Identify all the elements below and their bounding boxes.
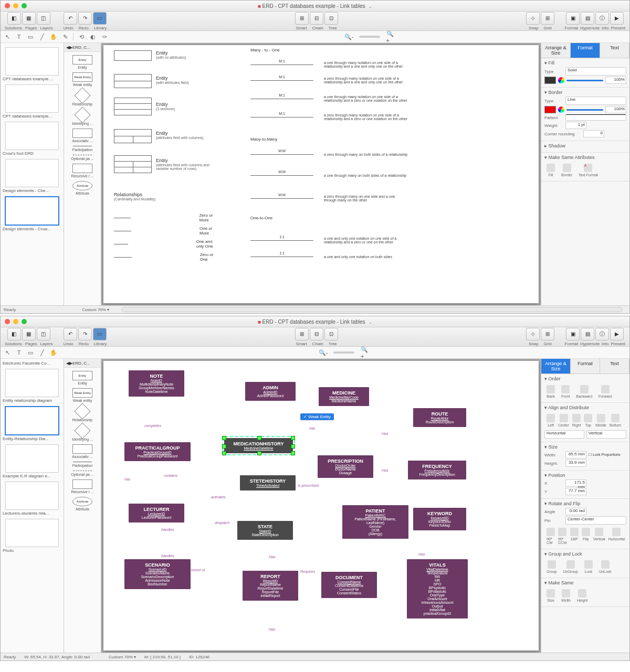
page-thumb[interactable] <box>5 47 59 76</box>
line-tool-icon[interactable]: ╱ <box>38 33 46 40</box>
entity-shape[interactable] <box>114 129 152 136</box>
smart-button[interactable]: ⊞ <box>295 12 309 25</box>
entity-shape[interactable] <box>114 98 152 104</box>
entity-note[interactable]: NOTENoteIDMultidisciplinaryNoteGroupMemb… <box>129 370 184 397</box>
lib-attribute-icon[interactable]: Attribute <box>72 497 92 506</box>
format-button[interactable]: ▣ <box>566 12 580 25</box>
entity-practgrp[interactable]: PRACTICALGROUPPracticalGroupIDPracticalG… <box>124 442 191 461</box>
tab-text[interactable]: Text <box>600 359 629 374</box>
tab-arrange[interactable]: Arrange & Size <box>541 43 571 58</box>
present-button[interactable]: ▶ <box>610 12 624 25</box>
page-thumb[interactable] <box>5 444 59 473</box>
rect-tool-icon[interactable]: ▭ <box>27 349 34 356</box>
entity-scenario[interactable]: SCENARIOScenarioIDScenarioNameScenarioDe… <box>124 559 191 589</box>
rel-line[interactable]: M:1 <box>250 80 313 81</box>
lib-weak-entity-icon[interactable]: Weak Entity <box>72 72 92 82</box>
page-thumb-selected[interactable] <box>5 406 59 435</box>
lib-optional-icon[interactable] <box>73 471 92 472</box>
pages-button[interactable]: ▦ <box>22 12 36 25</box>
chain-button[interactable]: ⊟ <box>310 328 323 340</box>
solutions-button[interactable]: ◧ <box>7 12 21 25</box>
rotate-cw-button[interactable]: 90º CW <box>547 528 555 545</box>
crow-line[interactable] <box>114 231 131 231</box>
entity-shape[interactable] <box>114 155 152 162</box>
makesame-width-button[interactable]: Width <box>561 589 571 602</box>
zoom-in-icon[interactable]: 🔍+ <box>361 349 368 356</box>
smart-button[interactable]: ⊞ <box>295 328 309 340</box>
corner-input[interactable]: 0 <box>583 130 604 137</box>
color-wheel-icon[interactable] <box>558 106 564 113</box>
present-button[interactable]: ▶ <box>610 328 624 340</box>
entity-report[interactable]: REPORTReportIDReportNameReportDatetimeRe… <box>243 571 298 601</box>
pattern-select[interactable] <box>565 114 626 121</box>
zoom-in-icon[interactable]: 🔍+ <box>386 33 394 40</box>
tree-button[interactable]: ⊡ <box>324 12 338 25</box>
hypernote-button[interactable]: ▤ <box>581 12 594 25</box>
layers-button[interactable]: ◫ <box>37 328 50 340</box>
pointer-tool-icon[interactable]: ↖ <box>4 33 11 40</box>
entity-statehist[interactable]: STETEHISTORYTimeActivated <box>240 475 296 490</box>
zoom-display[interactable]: Custom 70% <box>82 307 106 312</box>
ungroup-button[interactable]: UnGroup <box>563 560 578 573</box>
entity-medicine[interactable]: MEDICINEMedicineBarCodeMedicineName <box>319 387 369 406</box>
tab-format[interactable]: Format <box>571 359 600 374</box>
weight-input[interactable]: 1 pt <box>565 122 586 129</box>
pen-tool-icon[interactable]: ✎ <box>61 33 69 40</box>
flip-v-button[interactable]: Vertical <box>593 528 605 545</box>
lib-associative-icon[interactable] <box>72 444 92 454</box>
lib-attribute-icon[interactable]: Attribute <box>72 181 92 190</box>
align-bottom-button[interactable]: Bottom <box>610 414 621 427</box>
order-back-button[interactable]: Back <box>547 385 555 398</box>
distribute-h-select[interactable]: Horizontal <box>544 430 584 439</box>
zoom-out-icon[interactable]: 🔍- <box>320 349 327 356</box>
titlebar[interactable]: ■ ERD - CPT databases example - Link tab… <box>1 316 629 327</box>
fill-opacity-value[interactable]: 100% <box>605 77 626 84</box>
color-wheel-icon[interactable] <box>558 77 564 83</box>
canvas[interactable]: completes has contains handles handles a… <box>101 359 541 653</box>
zoom-display[interactable]: Custom 70% <box>109 655 133 659</box>
make-textfmt-button[interactable]: AText Format <box>579 164 598 177</box>
redo-button[interactable]: ↷ <box>78 12 92 25</box>
lib-participation-icon[interactable] <box>73 462 92 463</box>
crow-line[interactable] <box>114 244 128 244</box>
snap-button[interactable]: ⊹ <box>526 12 540 25</box>
lib-identifying-icon[interactable] <box>74 106 90 123</box>
tab-text[interactable]: Text <box>600 43 629 58</box>
align-center-button[interactable]: Center <box>558 414 569 427</box>
lib-entity-icon[interactable]: Entity <box>72 371 92 380</box>
grid-button[interactable]: ⊞ <box>541 328 554 340</box>
zoom-slider[interactable] <box>359 36 380 38</box>
entity-vitals[interactable]: VITALSVitalDatetimeTemperatureRRHRSPOBPs… <box>407 559 468 618</box>
info-button[interactable]: ⓘ <box>595 328 609 340</box>
page-thumb[interactable] <box>5 84 59 113</box>
rel-line[interactable]: M:1 <box>250 99 313 99</box>
solutions-button[interactable]: ◧ <box>7 328 21 340</box>
rel-line[interactable]: 1:1 <box>250 257 313 257</box>
text-tool-icon[interactable]: T <box>15 33 23 40</box>
order-backward-button[interactable]: Backward <box>576 385 592 398</box>
rel-line[interactable]: M:M <box>250 154 313 155</box>
pointer-tool-icon[interactable]: ↖ <box>4 349 11 356</box>
order-front-button[interactable]: Front <box>561 385 570 398</box>
entity-shape[interactable] <box>114 74 152 81</box>
rel-line[interactable]: M:1 <box>250 117 313 118</box>
unlock-button[interactable]: UnLock <box>599 560 612 573</box>
distribute-v-select[interactable]: Vertical <box>586 430 626 439</box>
makesame-height-button[interactable]: Height <box>577 589 587 602</box>
rotate-ccw-button[interactable]: 90º CCW <box>558 528 567 545</box>
align-middle-button[interactable]: Middle <box>595 414 606 427</box>
lib-optional-icon[interactable] <box>73 155 92 156</box>
lib-recursive-icon[interactable] <box>72 164 92 173</box>
border-color-swatch[interactable] <box>544 106 556 113</box>
zoom-slider[interactable] <box>333 351 354 354</box>
page-thumb[interactable] <box>5 482 59 510</box>
fill-color-swatch[interactable] <box>544 77 556 84</box>
lib-associative-icon[interactable] <box>72 129 92 138</box>
y-input[interactable]: 77.7 mm <box>565 488 586 495</box>
lib-weak-entity-icon[interactable]: Weak Entity <box>72 388 92 398</box>
tab-arrange[interactable]: Arrange & Size <box>541 359 571 374</box>
lib-relationship-icon[interactable] <box>74 87 90 103</box>
breadcrumb[interactable]: ERD, C... <box>72 361 90 366</box>
align-right-button[interactable]: Right <box>572 414 581 427</box>
order-forward-button[interactable]: Forward <box>598 385 612 398</box>
